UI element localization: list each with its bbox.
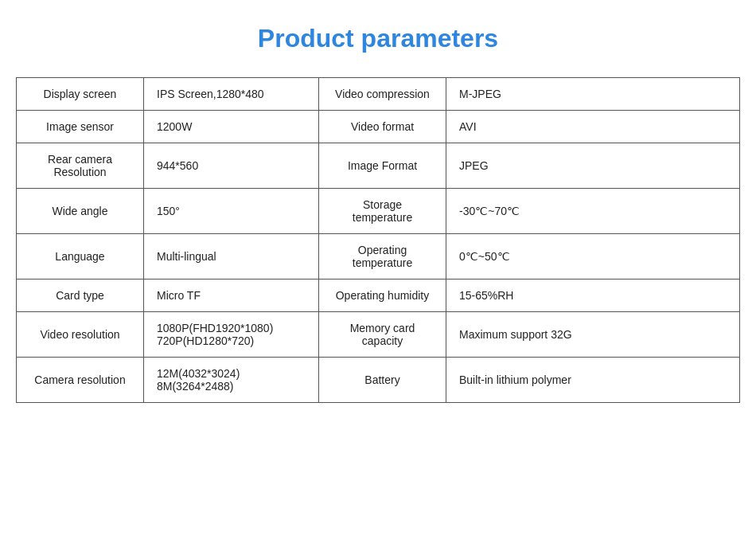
table-row: LanguageMulti-lingualOperating temperatu… [17,234,740,280]
value-cell-0-1: IPS Screen,1280*480 [144,78,319,111]
table-row: Display screenIPS Screen,1280*480Video c… [17,78,740,111]
label-cell-3-1: Wide angle [17,189,144,234]
table-row: Rear camera Resolution944*560Image Forma… [17,143,740,189]
value-cell-5-2: 15-65%RH [446,280,740,312]
table-row: Card typeMicro TFOperating humidity15-65… [17,280,740,312]
product-params-table: Display screenIPS Screen,1280*480Video c… [16,77,740,403]
label-cell-0-1: Display screen [17,78,144,111]
value-cell-5-1: Micro TF [144,280,319,312]
label-cell-6-1: Video resolution [17,312,144,358]
value-cell-2-2: JPEG [446,143,740,189]
value-cell-4-2: 0℃~50℃ [446,234,740,280]
value-cell-2-1: 944*560 [144,143,319,189]
label-cell-5-1: Card type [17,280,144,312]
value-cell-6-1: 1080P(FHD1920*1080) 720P(HD1280*720) [144,312,319,358]
label-cell-2-2: Image Format [319,143,446,189]
label-cell-3-2: Storage temperature [319,189,446,234]
label-cell-7-1: Camera resolution [17,358,144,403]
value-cell-4-1: Multi-lingual [144,234,319,280]
label-cell-5-2: Operating humidity [319,280,446,312]
value-cell-1-2: AVI [446,111,740,143]
table-row: Camera resolution12M(4032*3024) 8M(3264*… [17,358,740,403]
value-cell-6-2: Maximum support 32G [446,312,740,358]
table-row: Image sensor1200WVideo formatAVI [17,111,740,143]
table-row: Wide angle150°Storage temperature-30℃~70… [17,189,740,234]
page-title: Product parameters [258,24,498,53]
label-cell-1-1: Image sensor [17,111,144,143]
label-cell-7-2: Battery [319,358,446,403]
value-cell-7-1: 12M(4032*3024) 8M(3264*2488) [144,358,319,403]
label-cell-4-2: Operating temperature [319,234,446,280]
value-cell-7-2: Built-in lithium polymer [446,358,740,403]
label-cell-6-2: Memory card capacity [319,312,446,358]
label-cell-4-1: Language [17,234,144,280]
label-cell-2-1: Rear camera Resolution [17,143,144,189]
table-row: Video resolution1080P(FHD1920*1080) 720P… [17,312,740,358]
label-cell-0-2: Video compression [319,78,446,111]
value-cell-0-2: M-JPEG [446,78,740,111]
label-cell-1-2: Video format [319,111,446,143]
value-cell-3-2: -30℃~70℃ [446,189,740,234]
value-cell-1-1: 1200W [144,111,319,143]
value-cell-3-1: 150° [144,189,319,234]
